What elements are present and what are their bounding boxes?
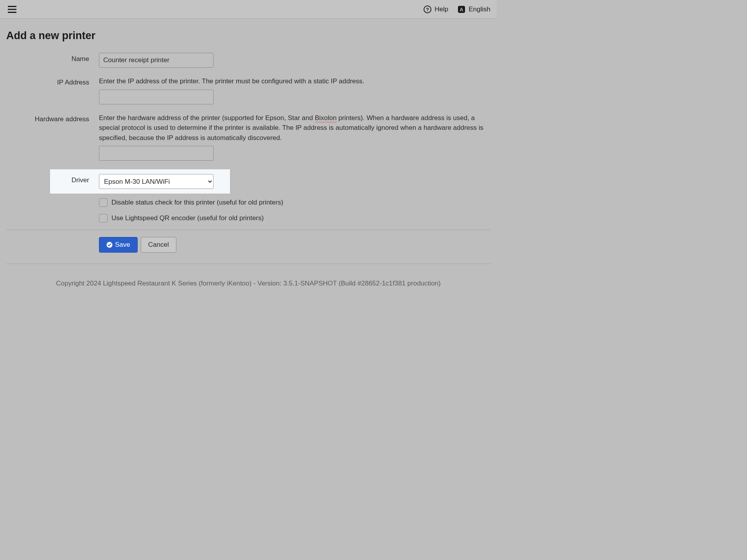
disable-status-label: Disable status check for this printer (u… [111,199,283,206]
check-icon [106,242,113,248]
hardware-address-help: Enter the hardware address of the printe… [99,113,486,143]
qr-encoder-label: Use Lightspeed QR encoder (useful for ol… [111,214,264,222]
svg-rect-0 [8,6,16,7]
help-label: Help [435,5,448,13]
language-button[interactable]: A English [458,5,490,13]
separator [6,230,490,230]
qr-encoder-checkbox[interactable] [99,214,108,223]
name-input[interactable] [99,53,214,68]
ip-address-label: IP Address [6,76,99,86]
hardware-address-row: Hardware address Enter the hardware addr… [6,113,490,161]
svg-text:A: A [460,7,464,13]
language-label: English [469,5,490,13]
cancel-button[interactable]: Cancel [141,237,176,253]
help-button[interactable]: ? Help [424,5,448,13]
menu-button[interactable] [6,4,18,14]
disable-status-checkbox[interactable] [99,198,108,207]
content: Add a new printer Name IP Address Enter … [0,19,497,296]
qr-encoder-row: Use Lightspeed QR encoder (useful for ol… [99,214,490,223]
svg-rect-2 [8,12,16,13]
separator-footer [6,264,490,264]
ip-address-input[interactable] [99,90,214,104]
page-title: Add a new printer [6,30,490,42]
hardware-address-input[interactable] [99,146,214,161]
name-row: Name [6,53,490,68]
save-button[interactable]: Save [99,237,138,253]
driver-select[interactable]: Epson M-30 LAN/WiFi [99,174,214,189]
hardware-address-label: Hardware address [6,113,99,123]
hamburger-icon [8,6,16,13]
driver-label: Driver [50,174,99,184]
header-right: ? Help A English [424,5,490,13]
footer-copyright: Copyright 2024 Lightspeed Restaurant K S… [6,271,490,296]
svg-text:?: ? [426,7,429,13]
ip-address-row: IP Address Enter the IP address of the p… [6,76,490,104]
button-row: Save Cancel [99,237,490,253]
ip-address-help: Enter the IP address of the printer. The… [99,76,486,86]
driver-row: Driver Epson M-30 LAN/WiFi [50,169,230,194]
help-icon: ? [424,5,431,13]
name-label: Name [6,53,99,63]
language-icon: A [458,5,465,13]
disable-status-row: Disable status check for this printer (u… [99,198,490,207]
svg-rect-1 [8,9,16,10]
header: ? Help A English [0,0,497,19]
